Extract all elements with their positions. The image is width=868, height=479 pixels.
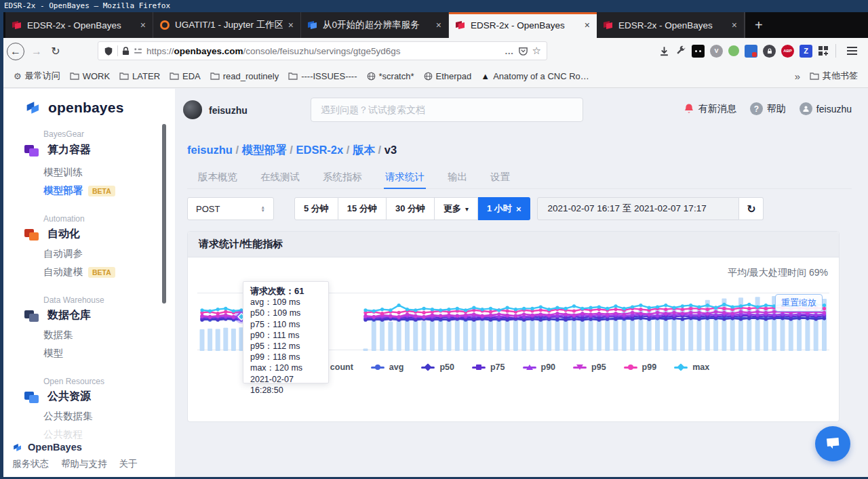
bookmarks-overflow-chevron[interactable]: » (791, 68, 804, 84)
main-content: feisuzhu 有新消息 ? 帮助 feisuzhu feisuzhu / 模… (175, 89, 868, 477)
range-more-dropdown[interactable]: 更多▾ (435, 197, 478, 220)
bookmark-etherpad[interactable]: Etherpad (420, 69, 475, 83)
url-text[interactable]: https://openbayes.com/console/feisuzhu/s… (146, 46, 500, 56)
tab-close-icon[interactable]: × (436, 20, 441, 30)
notifications[interactable]: 有新消息 (684, 103, 736, 115)
breadcrumb-version[interactable]: 版本 (353, 144, 375, 156)
lock-icon[interactable] (122, 47, 130, 56)
range-30min-button[interactable]: 30 分钟 (387, 197, 435, 220)
browser-tab-3[interactable]: 从0开始的超分辨率服务 × (301, 12, 449, 38)
download-icon[interactable] (658, 45, 670, 57)
legend-p95[interactable]: p95 (573, 362, 606, 372)
other-bookmarks[interactable]: 其他书签 (806, 68, 861, 84)
reload-button[interactable]: ↻ (46, 42, 65, 61)
openbayes-logo[interactable]: openbayes (3, 100, 175, 116)
breadcrumb-model[interactable]: EDSR-2x (296, 144, 343, 156)
bookmark-frequent[interactable]: ⚙最常访问 (10, 68, 64, 84)
zotero-icon[interactable]: Z (800, 45, 812, 58)
tab-close-icon[interactable]: × (288, 20, 294, 30)
processing-time-meta: 平均/最大处理时间 69% (728, 267, 828, 279)
wrench-icon[interactable] (675, 45, 686, 56)
bookmark-star-icon[interactable]: ☆ (532, 45, 541, 57)
privacy-extension-icon[interactable] (745, 45, 757, 58)
tab-online-test[interactable]: 在线测试 (259, 166, 301, 188)
footer-link-status[interactable]: 服务状态 (12, 458, 49, 470)
legend-max[interactable]: max (674, 362, 709, 372)
refresh-button[interactable]: ↻ (739, 197, 764, 220)
section-header-bayesgear: BayesGear (3, 129, 175, 139)
panda-extension-icon[interactable] (692, 45, 705, 58)
remove-filter-icon[interactable]: × (516, 204, 521, 214)
range-15min-button[interactable]: 15 分钟 (338, 197, 387, 220)
sidebar-item-auto-tuning[interactable]: 自动调参 (3, 247, 175, 260)
page-actions-icon[interactable]: … (505, 46, 514, 56)
tab-request-stats[interactable]: 请求统计 (384, 166, 426, 189)
bookmark-folder-eda[interactable]: EDA (166, 69, 204, 83)
tab-version-overview[interactable]: 版本概览 (197, 166, 239, 188)
green-extension-icon[interactable] (728, 45, 739, 56)
sidebar-item-data-warehouse[interactable]: 数据仓库 (3, 308, 175, 322)
chat-fab-button[interactable] (815, 426, 850, 461)
legend-p90[interactable]: p90 (523, 362, 556, 372)
browser-tab-2[interactable]: UGATIT/1 - Jupyter 工作区 × (153, 12, 301, 38)
reset-zoom-button[interactable]: 重置缩放 (775, 294, 823, 312)
sidebar-item-datasets[interactable]: 数据集 (3, 329, 175, 341)
bookmark-folder-issues[interactable]: ----ISSUES---- (285, 69, 360, 83)
sidebar-scrollbar[interactable] (162, 124, 166, 304)
legend-p50[interactable]: p50 (421, 362, 454, 372)
search-input[interactable] (321, 104, 573, 115)
tab-close-icon[interactable]: × (585, 20, 590, 30)
sidebar-item-model-serving[interactable]: 模型部署BETA (3, 184, 175, 197)
tab-settings[interactable]: 设置 (489, 166, 511, 188)
tab-system-metrics[interactable]: 系统指标 (321, 166, 363, 188)
sidebar-item-automation[interactable]: 自动化 (3, 227, 175, 241)
clearurls-extension-icon[interactable] (763, 45, 776, 58)
footer-link-support[interactable]: 帮助与支持 (61, 458, 107, 470)
new-tab-button[interactable]: + (745, 12, 772, 38)
browser-tab-4-active[interactable]: EDSR-2x - OpenBayes × (449, 12, 597, 38)
date-range-input[interactable]: 2021-02-07 16:17 至 2021-02-07 17:17 (537, 197, 739, 220)
tab-output[interactable]: 输出 (446, 166, 469, 188)
sidebar-item-compute-containers[interactable]: 算力容器 (3, 143, 175, 157)
account-menu[interactable]: feisuzhu (800, 102, 852, 115)
bookmark-scratch[interactable]: *scratch* (363, 69, 418, 83)
help[interactable]: ? 帮助 (750, 102, 786, 115)
menu-icon[interactable] (843, 47, 861, 55)
footer-link-about[interactable]: 关于 (119, 458, 138, 470)
browser-tab-5[interactable]: EDSR-2x - OpenBayes × (597, 12, 745, 38)
tab-close-icon[interactable]: × (732, 20, 737, 30)
sidebar-item-model-training[interactable]: 模型训练 (3, 166, 175, 179)
sidebar-item-public-resources[interactable]: 公共资源 (3, 390, 175, 404)
bookmark-folder-work[interactable]: WORK (66, 69, 113, 83)
method-select[interactable]: POST ▲▼ (187, 197, 274, 220)
forward-button[interactable]: → (27, 42, 46, 61)
legend-p75[interactable]: p75 (472, 362, 505, 372)
bookmark-anatomy[interactable]: ▲Anatomy of a CNC Ro… (477, 69, 592, 83)
range-5min-button[interactable]: 5 分钟 (294, 197, 338, 220)
adblock-plus-icon[interactable]: ABP (781, 45, 794, 58)
sidebar-item-auto-modeling[interactable]: 自动建模BETA (3, 266, 175, 278)
sidebar-item-public-tutorials[interactable]: 公共教程 (3, 428, 175, 441)
vimium-extension-icon[interactable]: V (710, 45, 723, 58)
range-1hour-active-button[interactable]: 1 小时× (478, 197, 530, 220)
containers-icon[interactable] (818, 45, 829, 56)
permissions-icon[interactable] (134, 47, 142, 56)
sidebar-item-public-datasets[interactable]: 公共数据集 (3, 410, 175, 423)
user-avatar[interactable] (183, 100, 202, 119)
window-titlebar[interactable]: EDSR-2x - OpenBayes — Mozilla Firefox (0, 0, 868, 12)
legend-avg[interactable]: avg (371, 362, 404, 372)
bookmark-folder-read-routinely[interactable]: read_routinely (207, 69, 282, 83)
tab-close-icon[interactable]: × (140, 20, 146, 30)
breadcrumb-serving[interactable]: 模型部署 (242, 144, 287, 156)
bookmark-folder-later[interactable]: LATER (116, 69, 163, 83)
doc-search[interactable] (311, 98, 583, 122)
url-bar[interactable]: https://openbayes.com/console/feisuzhu/s… (98, 41, 547, 60)
pocket-save-icon[interactable] (518, 46, 528, 56)
back-button[interactable]: ← (7, 43, 24, 60)
sidebar-item-models[interactable]: 模型 (3, 347, 175, 360)
folder-icon (170, 72, 179, 80)
legend-p99[interactable]: p99 (624, 362, 657, 372)
tracking-shield-icon[interactable] (104, 46, 113, 56)
browser-tab-1[interactable]: EDSR-2x - OpenBayes × (5, 12, 153, 38)
breadcrumb-user[interactable]: feisuzhu (187, 144, 233, 156)
